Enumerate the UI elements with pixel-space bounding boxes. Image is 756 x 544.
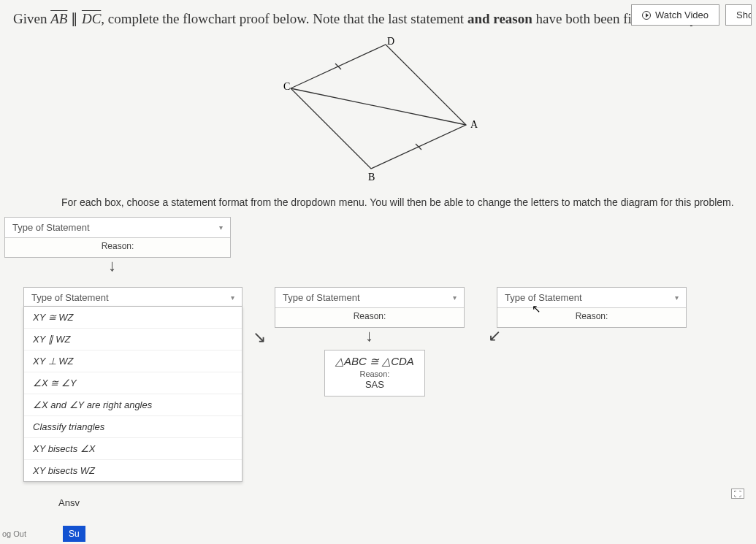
show-label: Sho bbox=[736, 9, 752, 20]
label-a: A bbox=[470, 119, 478, 130]
chevron-down-icon: ▾ bbox=[219, 223, 223, 231]
statement-select-top[interactable]: Type of Statement ▾ bbox=[5, 218, 230, 238]
flow-box-2: Type of Statement ▾ Reason: bbox=[275, 287, 465, 328]
final-reason-value: SAS bbox=[335, 379, 414, 390]
dropdown-option[interactable]: XY bisects WZ bbox=[24, 459, 242, 481]
label-b: B bbox=[368, 172, 375, 183]
arrow-diag-right-icon: ↘ bbox=[253, 328, 266, 347]
reason-label: Reason: bbox=[497, 308, 686, 327]
arrow-down-icon: ↓ bbox=[108, 256, 116, 275]
instruction-text: For each box, choose a statement format … bbox=[0, 196, 756, 217]
answer-label: Ansv bbox=[58, 497, 80, 508]
fullscreen-icon[interactable]: ⛶ bbox=[731, 489, 744, 499]
arrow-down-icon: ↓ bbox=[365, 326, 373, 345]
reason-label: Reason: bbox=[275, 308, 464, 327]
watch-video-button[interactable]: Watch Video bbox=[631, 4, 719, 26]
dropdown-option[interactable]: XY ≅ WZ bbox=[24, 307, 242, 328]
chevron-down-icon: ▾ bbox=[453, 294, 457, 302]
show-button[interactable]: Sho bbox=[725, 4, 752, 26]
svg-line-2 bbox=[335, 64, 341, 69]
statement-dropdown: XY ≅ WZ XY ∥ WZ XY ⊥ WZ ∠X ≅ ∠Y ∠X and ∠… bbox=[23, 306, 243, 482]
submit-button[interactable]: Su bbox=[63, 526, 85, 542]
chevron-down-icon: ▾ bbox=[231, 294, 234, 302]
geometry-figure: C D A B bbox=[0, 30, 756, 196]
play-icon bbox=[642, 11, 651, 20]
flow-box-3: Type of Statement ▾ Reason: bbox=[497, 287, 687, 328]
label-c: C bbox=[283, 81, 290, 92]
logout-link[interactable]: og Out bbox=[0, 529, 26, 538]
dropdown-option[interactable]: Classify triangles bbox=[24, 415, 242, 437]
dropdown-option[interactable]: XY ⊥ WZ bbox=[24, 350, 242, 372]
dropdown-option[interactable]: ∠X and ∠Y are right angles bbox=[24, 394, 242, 415]
final-statement: △ABC ≅ △CDA bbox=[335, 355, 414, 368]
dropdown-option[interactable]: XY ∥ WZ bbox=[24, 328, 242, 350]
label-d: D bbox=[387, 37, 394, 47]
statement-select-1[interactable]: Type of Statement ▾ bbox=[24, 288, 242, 308]
flow-box-top: Type of Statement ▾ Reason: bbox=[4, 217, 231, 258]
arrow-diag-left-icon: ↙ bbox=[488, 326, 501, 345]
statement-select-2[interactable]: Type of Statement ▾ bbox=[275, 288, 464, 308]
reason-label: Reason: bbox=[5, 238, 230, 257]
cursor-icon: ↖ bbox=[532, 302, 541, 315]
svg-line-1 bbox=[291, 88, 466, 125]
dropdown-option[interactable]: XY bisects ∠X bbox=[24, 437, 242, 459]
final-statement-box: △ABC ≅ △CDA Reason: SAS bbox=[324, 350, 425, 396]
dropdown-option[interactable]: ∠X ≅ ∠Y bbox=[24, 372, 242, 394]
watch-video-label: Watch Video bbox=[655, 9, 709, 20]
chevron-down-icon: ▾ bbox=[675, 294, 679, 302]
statement-select-3[interactable]: Type of Statement ▾ bbox=[497, 288, 686, 308]
svg-line-3 bbox=[416, 144, 421, 150]
final-reason-label: Reason: bbox=[335, 369, 414, 378]
